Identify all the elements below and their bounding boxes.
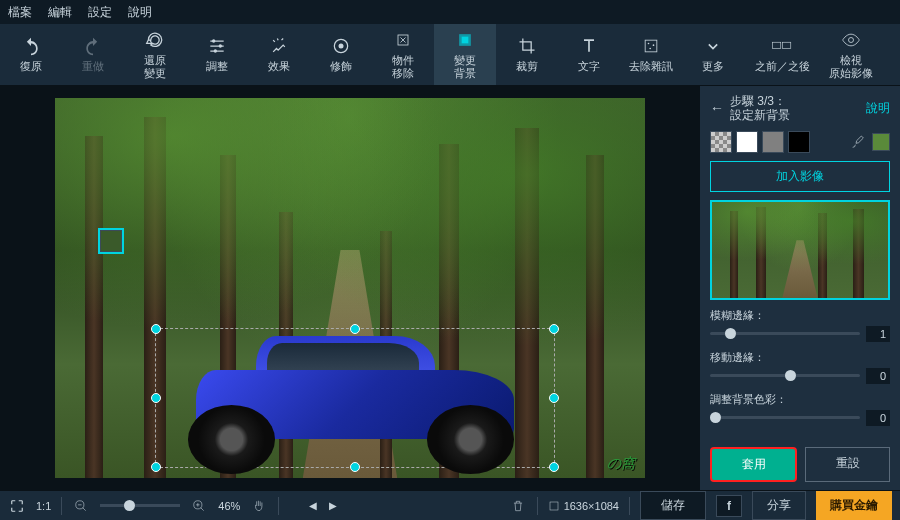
remove-label: 物件 移除 xyxy=(392,54,414,78)
shift-edge-label: 移動邊緣： xyxy=(710,350,890,365)
crop-label: 裁剪 xyxy=(516,60,538,72)
adjust-button[interactable]: 調整 xyxy=(186,24,248,85)
resize-handle-tl[interactable] xyxy=(151,324,161,334)
reset-button[interactable]: 重設 xyxy=(805,447,890,482)
buy-button[interactable]: 購買金鑰 xyxy=(816,491,892,520)
svg-point-10 xyxy=(653,45,655,47)
facebook-button[interactable]: f xyxy=(716,495,742,517)
adapt-color-value: 0 xyxy=(866,410,890,426)
svg-rect-8 xyxy=(645,41,657,53)
beforeafter-label: 之前／之後 xyxy=(755,60,810,72)
panel-help-link[interactable]: 說明 xyxy=(866,100,890,117)
denoise-button[interactable]: 去除雜訊 xyxy=(620,24,682,85)
adjust-label: 調整 xyxy=(206,60,228,72)
swatch-white[interactable] xyxy=(736,131,758,153)
swatch-black[interactable] xyxy=(788,131,810,153)
blur-edge-track[interactable] xyxy=(710,332,860,335)
svg-point-11 xyxy=(649,48,651,50)
revert-button[interactable]: 還原 變更 xyxy=(124,24,186,85)
background-thumbnail[interactable] xyxy=(710,200,890,300)
svg-point-0 xyxy=(212,40,215,43)
svg-rect-12 xyxy=(773,43,781,49)
revert-label: 還原 變更 xyxy=(144,54,166,78)
resize-handle-mr[interactable] xyxy=(549,393,559,403)
swatch-image[interactable] xyxy=(100,230,122,252)
retouch-label: 修飾 xyxy=(330,60,352,72)
undo-button[interactable]: 復原 xyxy=(0,24,62,85)
menu-file[interactable]: 檔案 xyxy=(8,4,32,21)
canvas[interactable]: の窩 xyxy=(55,98,645,478)
blur-edge-label: 模糊邊緣： xyxy=(710,308,890,323)
more-button[interactable]: 更多 xyxy=(682,24,744,85)
object-remove-button[interactable]: 物件 移除 xyxy=(372,24,434,85)
adapt-color-slider: 調整背景色彩： 0 xyxy=(710,392,890,426)
resize-handle-ml[interactable] xyxy=(151,393,161,403)
statusbar: 1:1 46% ◀ ▶ 1636×1084 儲存 f 分享 購買金鑰 xyxy=(0,490,900,520)
zoom-value: 46% xyxy=(218,500,240,512)
swatch-transparent[interactable] xyxy=(710,131,732,153)
redo-label: 重做 xyxy=(82,60,104,72)
prev-image-button[interactable]: ◀ xyxy=(309,500,317,511)
zoom-in-button[interactable] xyxy=(190,497,208,515)
pan-button[interactable] xyxy=(250,497,268,515)
svg-point-4 xyxy=(339,44,344,49)
svg-rect-7 xyxy=(462,37,469,44)
svg-point-2 xyxy=(214,50,217,53)
before-after-button[interactable]: 之前／之後 xyxy=(744,24,820,85)
text-button[interactable]: 文字 xyxy=(558,24,620,85)
shift-edge-value: 0 xyxy=(866,368,890,384)
selection-box[interactable] xyxy=(155,328,555,468)
toolbar: 復原 重做 還原 變更 調整 效果 修飾 物件 移除 變更 背景 裁剪 文字 去… xyxy=(0,24,900,86)
delete-button[interactable] xyxy=(509,497,527,515)
back-button[interactable]: ← xyxy=(710,100,724,116)
text-label: 文字 xyxy=(578,60,600,72)
add-image-button[interactable]: 加入影像 xyxy=(710,161,890,192)
retouch-button[interactable]: 修飾 xyxy=(310,24,372,85)
resize-handle-tc[interactable] xyxy=(350,324,360,334)
undo-label: 復原 xyxy=(20,60,42,72)
next-image-button[interactable]: ▶ xyxy=(329,500,337,511)
denoise-label: 去除雜訊 xyxy=(629,60,673,72)
effects-label: 效果 xyxy=(268,60,290,72)
menu-edit[interactable]: 編輯 xyxy=(48,4,72,21)
canvas-area: の窩 xyxy=(0,86,700,490)
redo-button[interactable]: 重做 xyxy=(62,24,124,85)
resize-handle-br[interactable] xyxy=(549,462,559,472)
resize-handle-bc[interactable] xyxy=(350,462,360,472)
svg-rect-13 xyxy=(783,43,791,49)
menu-settings[interactable]: 設定 xyxy=(88,4,112,21)
crop-button[interactable]: 裁剪 xyxy=(496,24,558,85)
side-panel: ← 步驟 3/3：設定新背景 說明 加入影像 模糊邊緣： 1 xyxy=(700,86,900,490)
color-swatches xyxy=(710,131,890,153)
save-button[interactable]: 儲存 xyxy=(640,491,706,520)
resize-handle-bl[interactable] xyxy=(151,462,161,472)
zoom-slider[interactable] xyxy=(100,504,180,507)
eyedropper-button[interactable] xyxy=(848,132,868,152)
effects-button[interactable]: 效果 xyxy=(248,24,310,85)
foreground-object xyxy=(156,329,554,467)
view-original-button[interactable]: 檢視 原始影像 xyxy=(820,24,882,85)
svg-point-9 xyxy=(648,43,650,45)
svg-rect-17 xyxy=(550,502,558,510)
change-bg-button[interactable]: 變更 背景 xyxy=(434,24,496,85)
fullscreen-button[interactable] xyxy=(8,497,26,515)
resize-handle-tr[interactable] xyxy=(549,324,559,334)
adapt-color-track[interactable] xyxy=(710,416,860,419)
zoom-out-button[interactable] xyxy=(72,497,90,515)
menubar: 檔案 編輯 設定 說明 xyxy=(0,0,900,24)
apply-button[interactable]: 套用 xyxy=(710,447,797,482)
menu-help[interactable]: 說明 xyxy=(128,4,152,21)
swatch-gray[interactable] xyxy=(762,131,784,153)
shift-edge-track[interactable] xyxy=(710,374,860,377)
adapt-color-label: 調整背景色彩： xyxy=(710,392,890,407)
fit-label[interactable]: 1:1 xyxy=(36,500,51,512)
svg-point-1 xyxy=(219,45,222,48)
blur-edge-value: 1 xyxy=(866,326,890,342)
changebg-label: 變更 背景 xyxy=(454,54,476,78)
share-button[interactable]: 分享 xyxy=(752,491,806,520)
current-color[interactable] xyxy=(872,133,890,151)
panel-title: 步驟 3/3：設定新背景 xyxy=(730,94,860,123)
vieworiginal-label: 檢視 原始影像 xyxy=(829,54,873,78)
shift-edge-slider: 移動邊緣： 0 xyxy=(710,350,890,384)
more-label: 更多 xyxy=(702,60,724,72)
